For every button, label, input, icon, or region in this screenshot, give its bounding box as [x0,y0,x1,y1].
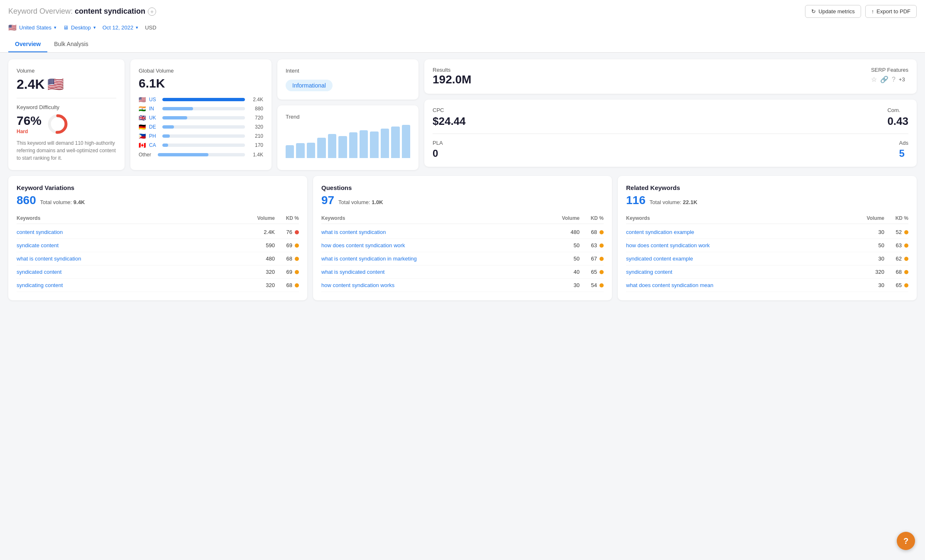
kv-header: Keyword Variations 860 Total volume: 9.4… [17,184,299,207]
keyword-link[interactable]: what is syndicated content [321,269,558,275]
volume-cell: 320 [863,269,888,275]
kd-number: 65 [896,282,902,288]
rk-header: Related Keywords 116 Total volume: 22.1K [626,184,908,207]
keyword-link[interactable]: syndicating content [17,282,253,288]
country-bar-track [162,98,245,101]
page-title: Keyword Overview: content syndication [8,7,145,16]
keyword-link[interactable]: what is content syndication in marketing [321,256,558,262]
volume-cell: 50 [863,242,888,248]
country-code: UK [149,115,159,121]
keyword-link[interactable]: content syndication [17,229,253,235]
serp-features-label: SERP Features [871,67,908,73]
country-flag-icon: 🇺🇸 [139,96,146,103]
keyword-link[interactable]: how does content syndication work [321,242,558,248]
pla-label: PLA [433,140,443,146]
kd-dot-icon [600,230,604,234]
keyword-link[interactable]: what does content syndication mean [626,282,863,288]
results-value: 192.0M [433,73,471,86]
export-pdf-label: Export to PDF [876,8,910,15]
refresh-icon: ↻ [811,8,816,15]
country-flag-icon: 🇨🇦 [139,142,146,149]
country-row: 🇩🇪 DE 320 [139,124,263,130]
rk-table-header: Keywords Volume KD % [626,213,908,224]
kd-value-row: 76% Hard [17,113,116,135]
country-row: 🇺🇸 US 2.4K [139,96,263,103]
kv-total-label: Total volume: [40,199,72,205]
kv-total-value: 9.4K [73,199,85,205]
pla-value: 0 [433,148,443,159]
device-filter[interactable]: 🖥 Desktop ▾ [63,23,96,32]
kd-percent-area: 76% Hard [17,114,42,134]
serp-icon-link: 🔗 [880,75,888,83]
volume-cell: 480 [253,256,278,262]
trend-bar-item [349,132,357,158]
kd-number: 76 [286,229,292,235]
keyword-link[interactable]: content syndication example [626,229,863,235]
update-metrics-btn[interactable]: ↻ Update metrics [805,5,861,18]
volume-number: 2.4K [17,77,45,92]
kd-cell: 68 [278,282,299,288]
q-count-row: 97 Total volume: 1.0K [321,194,604,207]
keyword-link[interactable]: how content syndication works [321,282,558,288]
rk-total-label: Total volume: [650,199,682,205]
kd-description: This keyword will demand 110 high-author… [17,139,116,162]
volume-kd-card: Volume 2.4K 🇺🇸 Keyword Difficulty 76% Ha… [8,59,125,170]
trend-bar-item [307,143,315,158]
intent-trend-col: Intent Informational Trend [277,59,418,170]
volume-cell: 2.4K [253,229,278,235]
page-title-static: Keyword Overview: [8,7,73,15]
kd-cell: 63 [888,242,908,248]
trend-bar-item [328,134,336,158]
keyword-link[interactable]: syndicated content example [626,256,863,262]
country-value: 2.4K [248,97,263,102]
title-area: Keyword Overview: content syndication + [8,7,156,16]
trend-bar-item [391,127,399,158]
kd-number: 54 [591,282,597,288]
keyword-link[interactable]: syndicating content [626,269,863,275]
table-row: syndicate content 590 69 [17,239,299,252]
tab-overview[interactable]: Overview [8,37,47,52]
country-flag-icon: 🇵🇭 [139,133,146,139]
country-code: CA [149,142,159,148]
date-filter[interactable]: Oct 12, 2022 ▾ [103,23,138,32]
keyword-link[interactable]: how does content syndication work [626,242,863,248]
country-filter[interactable]: 🇺🇸 United States ▾ [8,22,56,33]
volume-label: Volume [17,68,116,74]
trend-card: Trend [277,105,418,170]
kd-dot-icon [600,283,604,287]
serp-icon-star: ☆ [871,75,877,83]
update-metrics-label: Update metrics [818,8,854,15]
intent-badge: Informational [286,80,333,91]
ads-label: Ads [899,140,908,146]
kd-cell: 68 [583,229,604,235]
country-bar-track [162,144,245,147]
kd-dot-icon [600,243,604,248]
country-code: IN [149,106,159,112]
keyword-link[interactable]: syndicated content [17,269,253,275]
table-row: what is content syndication 480 68 [17,252,299,265]
keyword-link[interactable]: what is content syndication [321,229,558,235]
add-keyword-btn[interactable]: + [148,7,156,16]
kd-dot-icon [904,243,908,248]
kd-cell: 68 [278,256,299,262]
cpc-item: CPC $24.44 [433,107,466,128]
tab-bulk-analysis[interactable]: Bulk Analysis [47,37,95,52]
serp-section: SERP Features ☆ 🔗 ? +3 [871,67,908,83]
volume-value: 2.4K 🇺🇸 [17,76,116,92]
volume-cell: 30 [558,282,583,288]
keyword-link[interactable]: what is content syndication [17,256,253,262]
export-pdf-btn[interactable]: ↑ Export to PDF [865,5,917,18]
bottom-row: Keyword Variations 860 Total volume: 9.4… [8,176,917,300]
table-row: how content syndication works 30 54 [321,279,604,292]
q-count: 97 [321,194,334,207]
kd-dot-icon [295,243,299,248]
kd-percent: 76% [17,114,42,128]
volume-cell: 50 [558,256,583,262]
country-bar-fill [162,107,193,110]
keyword-link[interactable]: syndicate content [17,242,253,248]
results-label: Results [433,67,471,73]
volume-cell: 590 [253,242,278,248]
country-bar-track [162,125,245,129]
serp-icons-row: ☆ 🔗 ? +3 [871,75,908,83]
q-rows: what is content syndication 480 68 how d… [321,226,604,292]
